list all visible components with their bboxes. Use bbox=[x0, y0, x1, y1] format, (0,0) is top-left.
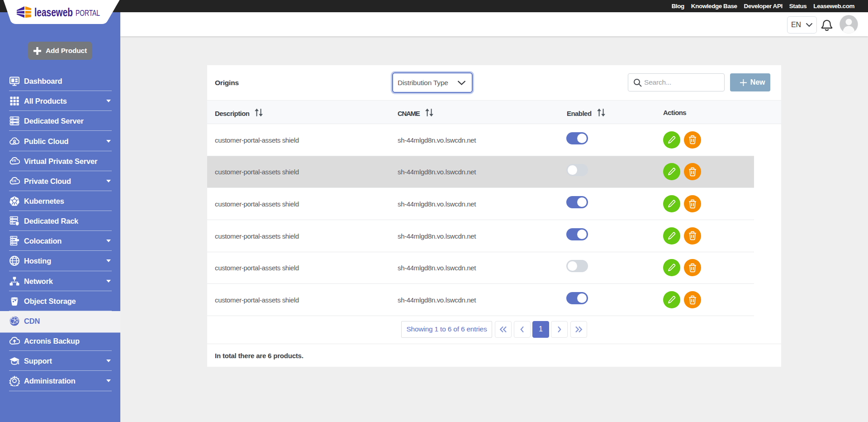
svg-text:PORTAL: PORTAL bbox=[76, 9, 100, 18]
svg-text:VS: VS bbox=[12, 158, 16, 162]
svg-text:leaseweb: leaseweb bbox=[34, 5, 73, 19]
svg-text:CS: CS bbox=[12, 178, 16, 182]
